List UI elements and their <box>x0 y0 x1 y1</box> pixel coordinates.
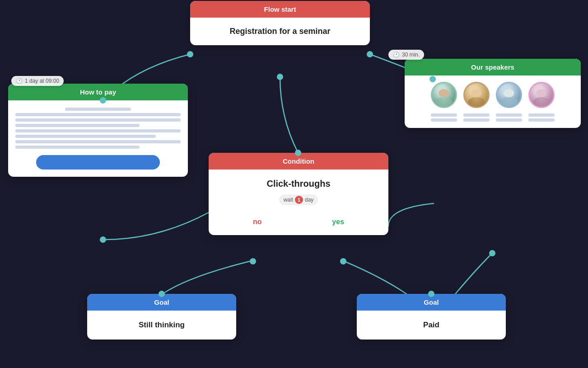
dot-speakers-bottom <box>489 250 495 256</box>
speaker-line-5 <box>496 113 522 117</box>
condition-body: Click-throughs wait 1 day no yes <box>209 170 388 235</box>
goal-left-title: Goal <box>154 298 169 306</box>
avatar-face-3 <box>497 83 521 107</box>
speakers-avatars-row <box>411 82 574 108</box>
text-block-2 <box>463 113 490 122</box>
line-1 <box>65 108 131 111</box>
speaker-line-7 <box>528 113 555 117</box>
dot-how-to-pay-top <box>100 97 106 104</box>
condition-node: Condition Click-throughs wait 1 day no y… <box>209 153 388 235</box>
text-block-4 <box>528 113 555 122</box>
flow-start-text: Registration for a seminar <box>229 27 330 36</box>
line-2 <box>15 113 181 116</box>
condition-answers: no yes <box>218 218 379 226</box>
speaker-line-3 <box>463 113 490 117</box>
goal-right-text: Paid <box>423 321 439 329</box>
our-speakers-title: Our speakers <box>471 63 514 71</box>
condition-click-through: Click-throughs <box>218 179 379 189</box>
our-speakers-header: Our speakers <box>405 59 581 75</box>
flow-start-header: Flow start <box>190 1 370 18</box>
dot-flow-start-right <box>367 51 373 57</box>
avatar-face-2 <box>465 83 488 107</box>
line-8 <box>15 146 140 149</box>
wait-unit: day <box>305 197 313 203</box>
avatar-face-1 <box>432 83 456 107</box>
time-badge-speakers: 🕐 30 min. <box>388 50 424 60</box>
speakers-text-row <box>411 113 574 122</box>
dot-condition-top <box>295 150 301 156</box>
dot-condition-no <box>250 258 256 264</box>
how-to-pay-title: How to pay <box>80 88 116 96</box>
our-speakers-body <box>405 75 581 128</box>
line-4 <box>15 124 140 127</box>
time-badge-1-text: 1 day at 09:00 <box>25 78 59 84</box>
goal-left-body: Still thinking <box>87 311 236 340</box>
flow-start-title: Flow start <box>264 5 296 13</box>
speakers-text-lines <box>411 113 574 122</box>
condition-title: Condition <box>283 157 314 165</box>
dot-condition-yes <box>340 258 346 264</box>
clock-icon-1: 🕐 <box>16 78 23 84</box>
line-6 <box>15 135 156 138</box>
goal-right-node: Goal Paid <box>357 294 506 340</box>
wait-number: 1 <box>295 196 303 204</box>
speaker-line-8 <box>528 118 555 122</box>
speaker-line-6 <box>496 118 522 122</box>
cta-button[interactable] <box>36 155 160 170</box>
goal-right-title: Goal <box>424 298 439 306</box>
time-badge-2-text: 30 min. <box>402 52 420 58</box>
avatar-face-4 <box>530 83 553 107</box>
goal-right-body: Paid <box>357 311 506 340</box>
how-to-pay-node: How to pay <box>8 84 188 177</box>
flow-start-node: Flow start Registration for a seminar <box>190 1 370 45</box>
text-block-1 <box>431 113 457 122</box>
dot-flow-start-bottom <box>277 74 283 80</box>
dot-how-to-pay-bottom <box>100 236 106 243</box>
avatar-1 <box>431 82 457 108</box>
how-to-pay-body <box>8 100 188 177</box>
dot-flow-start-left <box>187 51 193 57</box>
avatar-3 <box>496 82 522 108</box>
answer-no: no <box>253 218 262 226</box>
flow-start-body: Registration for a seminar <box>190 18 370 45</box>
speaker-line-1 <box>431 113 457 117</box>
goal-left-text: Still thinking <box>139 321 185 329</box>
wait-badge: wait 1 day <box>279 194 318 205</box>
line-7 <box>15 140 181 143</box>
dot-speakers-top <box>429 76 436 82</box>
dot-goal-left-top <box>159 291 165 297</box>
clock-icon-2: 🕐 <box>393 52 400 58</box>
speaker-line-4 <box>463 118 490 122</box>
dot-goal-right-top <box>428 291 434 297</box>
our-speakers-node: Our speakers <box>405 59 581 128</box>
wait-badge-container: wait 1 day <box>218 194 379 212</box>
text-block-3 <box>496 113 522 122</box>
line-3 <box>15 118 181 122</box>
avatar-4 <box>528 82 555 108</box>
how-to-pay-content-lines <box>15 108 181 149</box>
time-badge-how-to-pay: 🕐 1 day at 09:00 <box>11 76 64 86</box>
line-5 <box>15 129 181 132</box>
goal-left-node: Goal Still thinking <box>87 294 236 340</box>
speaker-line-2 <box>431 118 457 122</box>
how-to-pay-header: How to pay <box>8 84 188 100</box>
avatar-2 <box>463 82 490 108</box>
answer-yes: yes <box>332 218 344 226</box>
wait-label: wait <box>284 197 293 203</box>
